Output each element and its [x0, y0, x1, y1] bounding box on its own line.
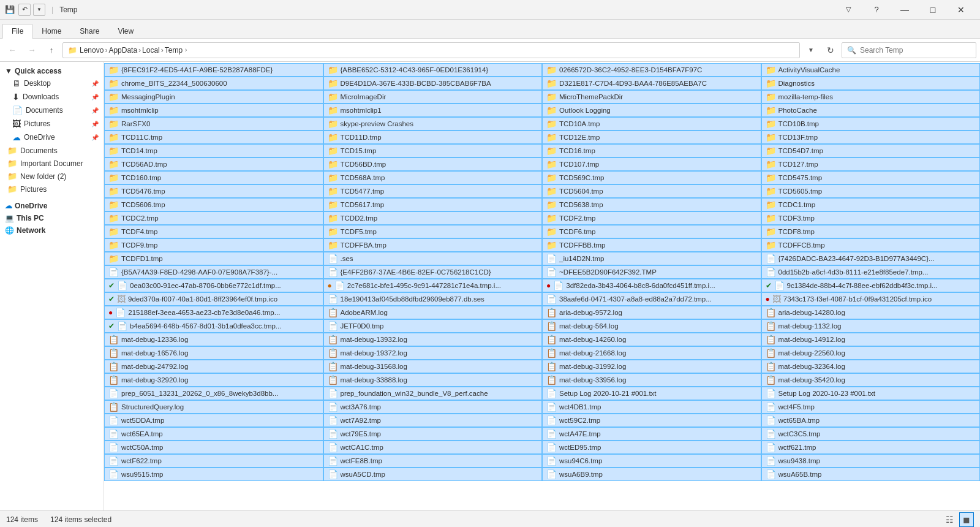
- up-btn[interactable]: ↑: [43, 42, 60, 59]
- help-btn[interactable]: ?: [862, 0, 891, 20]
- file-item[interactable]: ✔📄9c1384de-88b4-4c7f-88ee-ebf62ddb4f3c.t…: [761, 279, 981, 292]
- minimize-btn[interactable]: —: [891, 0, 919, 20]
- file-item[interactable]: 📄prep_6051_13231_20262_0_x86_8wekyb3d8bb…: [104, 387, 323, 400]
- file-item[interactable]: ✔📄0ea03c00-91ec-47ab-8706-0bb6e772c1df.t…: [104, 279, 323, 292]
- file-item[interactable]: 📄wct4DB1.tmp: [542, 400, 761, 414]
- file-item[interactable]: 📁TCD5606.tmp: [104, 198, 323, 211]
- file-item[interactable]: 📁TCD14.tmp: [104, 144, 323, 157]
- file-item[interactable]: 📁TCDF9.tmp: [104, 238, 323, 252]
- sidebar-item-onedrive-pinned[interactable]: ☁ OneDrive 📌: [0, 131, 104, 144]
- file-item[interactable]: 📁msohtmlclip1: [323, 104, 543, 117]
- file-item[interactable]: 📋mat-debug-12336.log: [104, 333, 323, 346]
- sidebar-item-documents-sub[interactable]: 📁 Documents: [0, 144, 104, 157]
- file-item[interactable]: 📄{7426DADC-BA23-4647-92D3-B1D977A3449C}.…: [761, 252, 981, 265]
- file-item[interactable]: 📄wsuA6B9.tmp: [542, 468, 761, 481]
- file-item[interactable]: 📁mozilla-temp-files: [761, 90, 981, 104]
- file-item[interactable]: 📋mat-debug-31568.log: [323, 360, 543, 373]
- file-item[interactable]: 📋mat-debug-14260.log: [542, 333, 761, 346]
- file-item[interactable]: 📄JETF0D0.tmp: [323, 319, 543, 333]
- file-item[interactable]: 📁TCD5604.tmp: [542, 184, 761, 198]
- network-section[interactable]: 🌐 Network: [0, 224, 104, 236]
- onedrive-section[interactable]: ☁ OneDrive: [0, 199, 104, 211]
- file-item[interactable]: 📁Outlook Logging: [542, 104, 761, 117]
- file-item[interactable]: 📄0dd15b2b-a6cf-4d3b-8111-e21e8f85ede7.tm…: [761, 265, 981, 279]
- file-item[interactable]: 📁TCD11D.tmp: [323, 131, 543, 144]
- file-item[interactable]: 📁RarSFX0: [104, 117, 323, 131]
- file-item[interactable]: 📄Setup Log 2020-10-23 #001.txt: [761, 387, 981, 400]
- file-item[interactable]: 📁TCDFFBB.tmp: [542, 238, 761, 252]
- refresh-btn[interactable]: ↻: [822, 42, 839, 59]
- file-item[interactable]: 📁TCD569C.tmp: [542, 171, 761, 184]
- tab-file[interactable]: File: [2, 24, 32, 39]
- tab-share[interactable]: Share: [70, 24, 108, 38]
- file-list-area[interactable]: 📁{8FEC91F2-4ED5-4A1F-A9BE-52B287A88FDE}📁…: [104, 62, 980, 510]
- file-item[interactable]: 📋mat-debug-14912.log: [761, 333, 981, 346]
- back-btn[interactable]: ←: [4, 42, 21, 59]
- file-item[interactable]: 📁TCD568A.tmp: [323, 171, 543, 184]
- close-btn[interactable]: ✕: [947, 0, 975, 20]
- file-item[interactable]: 📁TCDC2.tmp: [104, 211, 323, 225]
- file-item[interactable]: 📁ActivityVisualCache: [761, 63, 981, 77]
- forward-btn[interactable]: →: [23, 42, 40, 59]
- file-item[interactable]: 📄wct59C2.tmp: [542, 414, 761, 427]
- file-item[interactable]: 📁TCD5638.tmp: [542, 198, 761, 211]
- file-item[interactable]: 📁D321E817-C7D4-4D93-BAA4-786E85AEBA7C: [542, 77, 761, 90]
- file-item[interactable]: ●📄2c7e681c-bfe1-495c-9c91-447281c71e4a.t…: [323, 279, 543, 292]
- file-item[interactable]: 📋mat-debug-21668.log: [542, 346, 761, 360]
- path-temp[interactable]: Temp: [165, 46, 183, 55]
- file-item[interactable]: 📁TCD5617.tmp: [323, 198, 543, 211]
- maximize-btn[interactable]: □: [919, 0, 947, 20]
- file-item[interactable]: 📄wct5DDA.tmp: [104, 414, 323, 427]
- file-item[interactable]: 📋StructuredQuery.log: [104, 400, 323, 414]
- file-item[interactable]: ●📄3df82eda-3b43-4064-b8c8-6da0fcd451ff.t…: [542, 279, 761, 292]
- file-item[interactable]: 📋mat-debug-33956.log: [542, 373, 761, 387]
- file-item[interactable]: ●🖼7343c173-f3ef-4087-b1cf-0f9a431205cf.t…: [761, 292, 981, 306]
- quick-access-header[interactable]: ▼ Quick access: [0, 64, 104, 77]
- file-item[interactable]: 📋mat-debug-19372.log: [323, 346, 543, 360]
- file-item[interactable]: 📋mat-debug-33888.log: [323, 373, 543, 387]
- file-item[interactable]: 📄wct65BA.tmp: [761, 414, 981, 427]
- file-item[interactable]: 📄wsu9515.tmp: [104, 468, 323, 481]
- file-item[interactable]: 📁TCDF3.tmp: [761, 211, 981, 225]
- file-item[interactable]: 📄{E4FF2B67-37AE-4B6E-82EF-0C756218C1CD}: [323, 265, 543, 279]
- file-item[interactable]: 📁TCDF2.tmp: [542, 211, 761, 225]
- file-item[interactable]: 📁TCD5477.tmp: [323, 184, 543, 198]
- file-item[interactable]: 📄wct7A92.tmp: [323, 414, 543, 427]
- file-item[interactable]: 📋mat-debug-16576.log: [104, 346, 323, 360]
- file-item[interactable]: 📁TCD160.tmp: [104, 171, 323, 184]
- file-item[interactable]: 📁TCDFD1.tmp: [104, 252, 323, 265]
- file-item[interactable]: 📁D9E4D1DA-367E-433B-BCBD-385CBAB6F7BA: [323, 77, 543, 90]
- tab-home[interactable]: Home: [32, 24, 70, 38]
- file-item[interactable]: 📋mat-debug-32364.log: [761, 360, 981, 373]
- file-item[interactable]: 📄prep_foundation_win32_bundle_V8_perf.ca…: [323, 387, 543, 400]
- file-item[interactable]: 📋mat-debug-32920.log: [104, 373, 323, 387]
- search-box[interactable]: 🔍: [842, 42, 976, 58]
- sidebar-item-pictures[interactable]: 🖼 Pictures 📌: [0, 117, 104, 131]
- path-local[interactable]: Local: [142, 46, 160, 55]
- file-item[interactable]: 📁MicroThemePackDir: [542, 90, 761, 104]
- file-item[interactable]: 📄wctA47E.tmp: [542, 427, 761, 441]
- file-item[interactable]: 📄wctED95.tmp: [542, 441, 761, 454]
- sidebar-item-downloads[interactable]: ⬇ Downloads 📌: [0, 90, 104, 104]
- file-item[interactable]: 📄_iu14D2N.tmp: [542, 252, 761, 265]
- file-item[interactable]: 📋AdobeARM.log: [323, 306, 543, 319]
- file-item[interactable]: 📁TCD107.tmp: [542, 157, 761, 171]
- file-item[interactable]: 📄wsu9438.tmp: [761, 454, 981, 468]
- file-item[interactable]: ✔📄b4ea5694-648b-4567-8d01-3b1a0dfea3cc.t…: [104, 319, 323, 333]
- file-item[interactable]: 📄wctC50A.tmp: [104, 441, 323, 454]
- file-item[interactable]: 📁0266572D-36C2-4952-8EE3-D154BFA7F97C: [542, 63, 761, 77]
- file-item[interactable]: 📁chrome_BITS_22344_500630600: [104, 77, 323, 90]
- file-item[interactable]: 📄wct79E5.tmp: [323, 427, 543, 441]
- dropdown-path-btn[interactable]: ▼: [802, 42, 820, 59]
- thispc-section[interactable]: 💻 This PC: [0, 211, 104, 224]
- file-item[interactable]: 📁PhotoCache: [761, 104, 981, 117]
- search-input[interactable]: [860, 46, 971, 55]
- file-item[interactable]: 📁TCD15.tmp: [323, 144, 543, 157]
- file-item[interactable]: 📋mat-debug-24792.log: [104, 360, 323, 373]
- file-item[interactable]: 📄wct4F5.tmp: [761, 400, 981, 414]
- file-item[interactable]: 📄wct65EA.tmp: [104, 427, 323, 441]
- file-item[interactable]: 📁TCD12E.tmp: [542, 131, 761, 144]
- sidebar-item-desktop[interactable]: 🖥 Desktop 📌: [0, 77, 104, 90]
- file-item[interactable]: 📄wctFE8B.tmp: [323, 454, 543, 468]
- file-item[interactable]: 📄18e190413af045db88dfbd29609eb877.db.ses: [323, 292, 543, 306]
